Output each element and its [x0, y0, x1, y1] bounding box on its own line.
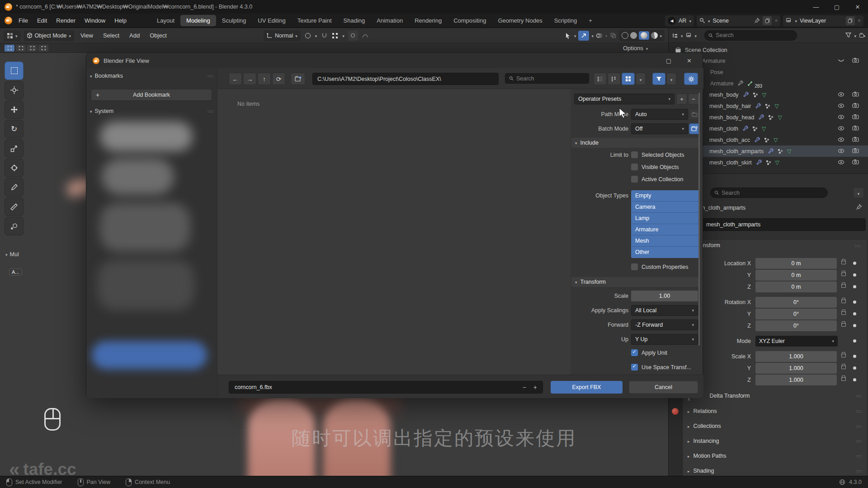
- object-type-mesh[interactable]: Mesh: [631, 235, 699, 247]
- select-mode-subtract-button[interactable]: [27, 45, 37, 52]
- show-gizmo-dropdown[interactable]: [565, 32, 572, 39]
- system-section-header[interactable]: System: [90, 108, 214, 114]
- transform-section-header[interactable]: Transform: [571, 277, 700, 287]
- filename-field[interactable]: corncorn_6.fbx − +: [229, 381, 543, 394]
- lock-icon[interactable]: [841, 261, 846, 264]
- dialog-maximize-button[interactable]: ▢: [666, 57, 671, 64]
- export-fbx-button[interactable]: Export FBX: [551, 381, 623, 394]
- pivot-point-button[interactable]: [304, 32, 311, 39]
- scale-value-field[interactable]: 1.00: [631, 291, 698, 301]
- path-mode-dropdown[interactable]: Auto: [631, 109, 688, 120]
- view-horizontal-list-button[interactable]: [608, 73, 621, 85]
- editor-type-button[interactable]: [4, 30, 21, 41]
- tool-transform[interactable]: [5, 159, 24, 177]
- object-type-lamp[interactable]: Lamp: [631, 213, 699, 224]
- include-section-header[interactable]: Include: [571, 138, 700, 148]
- tool-add-cube[interactable]: [5, 217, 24, 235]
- panel-shading[interactable]: Shading: [683, 465, 867, 477]
- camera-visibility-icon[interactable]: [852, 91, 859, 98]
- path-input[interactable]: [312, 73, 499, 85]
- hide-icon[interactable]: [838, 58, 844, 64]
- tool-options-dropdown[interactable]: Options: [623, 45, 648, 52]
- tool-cursor[interactable]: [5, 81, 24, 99]
- xray-toggle[interactable]: [609, 32, 617, 39]
- refresh-button[interactable]: ⟳: [272, 73, 285, 85]
- eye-icon[interactable]: [838, 103, 844, 109]
- cancel-button[interactable]: Cancel: [629, 381, 698, 394]
- tool-annotate[interactable]: [5, 178, 24, 197]
- options-scrollbar[interactable]: [698, 93, 700, 346]
- value-field[interactable]: 0 m: [755, 282, 837, 292]
- dialog-search-input[interactable]: [516, 75, 585, 82]
- rotation-mode-dropdown[interactable]: XYZ Euler: [755, 336, 838, 347]
- shading-wireframe-button[interactable]: [622, 32, 628, 39]
- dialog-search[interactable]: [505, 73, 589, 84]
- checkbox-use-space-transform[interactable]: Use Space Transf...: [631, 364, 691, 371]
- minimize-button[interactable]: —: [806, 0, 826, 14]
- checkbox-visible-objects[interactable]: Visible Objects: [631, 164, 679, 170]
- pin-icon[interactable]: [754, 18, 760, 23]
- select-mode-intersect-button[interactable]: [38, 45, 48, 52]
- tab-sculpting[interactable]: Sculpting: [216, 15, 252, 26]
- camera-visibility-icon[interactable]: [852, 148, 859, 155]
- properties-search-input[interactable]: [722, 190, 824, 196]
- lock-icon[interactable]: [841, 366, 846, 369]
- eye-icon[interactable]: [838, 148, 844, 155]
- view-vertical-list-button[interactable]: [594, 73, 607, 85]
- up-button[interactable]: ↑: [258, 73, 271, 85]
- eye-icon[interactable]: [838, 137, 844, 143]
- display-settings-dropdown[interactable]: [636, 73, 646, 85]
- material-tab-icon[interactable]: [672, 408, 679, 415]
- panel-delta-transform[interactable]: Delta Transform: [683, 390, 867, 402]
- unlink-scene-button[interactable]: ×: [774, 18, 778, 24]
- tab-shading[interactable]: Shading: [338, 15, 371, 26]
- object-type-armature[interactable]: Armature: [631, 224, 699, 235]
- value-field[interactable]: 1.000: [755, 351, 837, 362]
- tab-texture-paint[interactable]: Texture Paint: [292, 15, 338, 26]
- checkbox-custom-properties[interactable]: Custom Properties: [631, 263, 689, 270]
- mode-dropdown[interactable]: Object Mode: [24, 30, 74, 41]
- close-button[interactable]: ✕: [847, 0, 868, 14]
- proportional-editing-button[interactable]: [348, 31, 358, 41]
- lock-icon[interactable]: [841, 272, 846, 276]
- shading-material-button[interactable]: [639, 31, 649, 40]
- tool-tweak-select[interactable]: [5, 61, 24, 80]
- tab-rendering[interactable]: Rendering: [409, 15, 448, 26]
- object-type-other[interactable]: Other: [631, 247, 699, 258]
- object-type-camera[interactable]: Camera: [631, 202, 699, 213]
- snap-target-button[interactable]: [331, 32, 339, 39]
- forward-dropdown[interactable]: -Z Forward: [631, 319, 698, 330]
- panel-grip[interactable]: [855, 242, 861, 249]
- animate-dot-icon[interactable]: [853, 366, 856, 370]
- checkbox-apply-unit[interactable]: Apply Unit: [631, 349, 667, 356]
- eye-icon[interactable]: [838, 114, 844, 121]
- dialog-settings-button[interactable]: [684, 73, 698, 85]
- copy-viewlayer-button[interactable]: [846, 16, 855, 25]
- value-field[interactable]: 0 m: [755, 270, 837, 281]
- shading-solid-button[interactable]: [630, 32, 637, 39]
- properties-search[interactable]: [710, 188, 828, 198]
- remove-viewlayer-button[interactable]: ×: [858, 18, 861, 24]
- menu-object[interactable]: Object: [146, 30, 170, 41]
- panel-relations[interactable]: Relations: [683, 405, 867, 417]
- value-field[interactable]: 1.000: [755, 375, 837, 385]
- new-collection-button[interactable]: [859, 32, 866, 39]
- animate-dot-icon[interactable]: [853, 262, 856, 265]
- camera-visibility-icon[interactable]: [852, 136, 859, 143]
- animate-dot-icon[interactable]: [853, 324, 856, 327]
- menu-add[interactable]: Add: [126, 30, 143, 41]
- annotation-chip[interactable]: A...: [9, 268, 22, 276]
- viewlayer-selector[interactable]: ViewLayer ×: [783, 15, 863, 26]
- value-field[interactable]: 0 m: [755, 258, 837, 269]
- checkbox-selected-objects[interactable]: Selected Objects: [631, 151, 684, 158]
- forward-button[interactable]: →: [243, 73, 256, 85]
- increment-filename-button[interactable]: +: [533, 384, 537, 391]
- value-field[interactable]: 0°: [755, 320, 837, 331]
- checkbox-active-collection[interactable]: Active Collection: [631, 176, 683, 183]
- add-bookmark-button[interactable]: + Add Bookmark: [91, 89, 212, 101]
- tool-scale[interactable]: [5, 139, 24, 158]
- tab-geometry-nodes[interactable]: Geometry Nodes: [492, 15, 548, 26]
- snap-magnet-icon[interactable]: [321, 32, 328, 39]
- bookmarks-section-header[interactable]: Bookmarks: [90, 73, 214, 79]
- tab-modeling[interactable]: Modeling: [180, 15, 216, 26]
